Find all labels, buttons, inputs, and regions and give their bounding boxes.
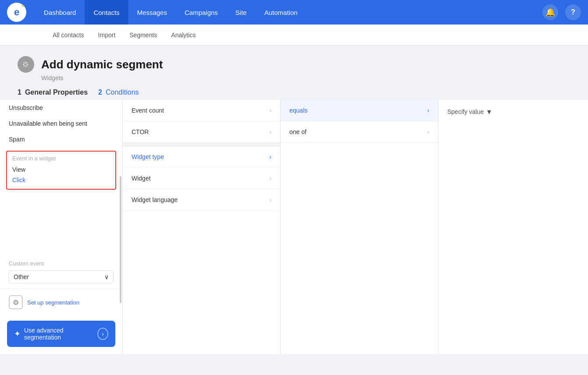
- condition-widget-language[interactable]: Widget language ›: [123, 189, 280, 211]
- specify-value-row[interactable]: Specify value ▾: [447, 107, 579, 117]
- sub-nav-segments[interactable]: Segments: [129, 30, 157, 40]
- advanced-seg-label: Use advanced segmentation: [24, 327, 94, 341]
- condition-widget[interactable]: Widget ›: [123, 168, 280, 189]
- event-widget-click[interactable]: Click: [12, 175, 110, 185]
- chevron-icon-1: ›: [269, 128, 271, 135]
- operator-one-of[interactable]: one of ›: [281, 121, 438, 143]
- value-panel-inner: Specify value ▾: [438, 100, 588, 124]
- step-1[interactable]: 1 General Properties: [18, 88, 88, 96]
- condition-widget-type[interactable]: Widget type ›: [123, 146, 280, 168]
- sidebar-item-unavailable[interactable]: Unavailable when being sent: [0, 116, 122, 131]
- sidebar-list: Unsubscribe Unavailable when being sent …: [0, 100, 122, 253]
- notification-button[interactable]: 🔔: [542, 4, 558, 20]
- operator-equals-label: equals: [289, 107, 307, 114]
- nav-items: Dashboard Contacts Messages Campaigns Si…: [35, 0, 542, 25]
- nav-item-contacts[interactable]: Contacts: [85, 0, 128, 25]
- page-title: Add dynamic segment: [41, 58, 163, 71]
- setup-segmentation-button[interactable]: ⚙ Set up segmentation: [0, 289, 122, 315]
- title-row: ⛭ Add dynamic segment: [18, 56, 570, 73]
- chevron-equals-icon: ›: [427, 107, 429, 114]
- page-subtitle: Widgets: [41, 74, 570, 81]
- specify-value-label: Specify value: [447, 108, 484, 115]
- nav-right: 🔔 ?: [542, 4, 581, 20]
- chevron-icon-4: ›: [269, 196, 271, 203]
- condition-widget-type-label: Widget type: [132, 153, 164, 160]
- plus-icon: ✦: [14, 329, 21, 339]
- custom-event-label: Custom event: [9, 260, 114, 267]
- sub-nav-import[interactable]: Import: [98, 30, 116, 40]
- step-2-num: 2: [98, 88, 102, 96]
- left-panel: Unsubscribe Unavailable when being sent …: [0, 100, 123, 354]
- operator-equals[interactable]: equals ›: [281, 100, 438, 121]
- notification-icon: 🔔: [545, 7, 555, 17]
- help-button[interactable]: ?: [565, 4, 581, 20]
- custom-event-arrow: ∨: [104, 273, 109, 280]
- condition-divider-1: [123, 143, 280, 146]
- event-widget-view[interactable]: View: [12, 164, 110, 175]
- steps-row: 1 General Properties 2 Conditions: [0, 81, 588, 96]
- scroll-indicator: [120, 176, 121, 303]
- nav-item-site[interactable]: Site: [227, 0, 256, 25]
- event-widget-box: Event in a widget View Click: [6, 151, 116, 190]
- advanced-segmentation-button[interactable]: ✦ Use advanced segmentation ›: [7, 321, 115, 347]
- advanced-seg-arrow: ›: [102, 330, 104, 337]
- step-1-label: General Properties: [25, 88, 88, 96]
- custom-event-section: Custom event Other ∨: [0, 253, 122, 289]
- nav-item-campaigns[interactable]: Campaigns: [176, 0, 227, 25]
- nav-item-dashboard[interactable]: Dashboard: [35, 0, 85, 25]
- sidebar-item-spam[interactable]: Spam: [0, 131, 122, 147]
- condition-widget-label: Widget: [132, 175, 151, 182]
- sub-nav-all-contacts[interactable]: All contacts: [53, 30, 84, 40]
- operator-panel: equals › one of ›: [281, 100, 438, 354]
- chevron-icon-3: ›: [269, 175, 271, 182]
- filter-icon-char: ⛭: [22, 60, 30, 69]
- logo-heart-icon: ♥: [22, 4, 25, 8]
- step-1-num: 1: [18, 88, 21, 96]
- custom-event-dropdown[interactable]: Other ∨: [9, 270, 114, 283]
- setup-segmentation-label: Set up segmentation: [27, 299, 79, 306]
- logo[interactable]: e ♥: [7, 3, 26, 22]
- sub-nav-analytics[interactable]: Analytics: [171, 30, 196, 40]
- operator-one-of-label: one of: [289, 128, 306, 135]
- condition-widget-language-label: Widget language: [132, 196, 178, 203]
- step-2-label: Conditions: [106, 88, 139, 96]
- help-icon: ?: [571, 8, 575, 16]
- main-area: Unsubscribe Unavailable when being sent …: [0, 100, 588, 354]
- chevron-icon-0: ›: [269, 107, 271, 114]
- sidebar-item-unsubscribe[interactable]: Unsubscribe: [0, 100, 122, 116]
- value-panel: Specify value ▾: [438, 100, 588, 354]
- condition-ctor-label: CTOR: [132, 128, 149, 135]
- specify-value-arrow: ▾: [487, 107, 491, 117]
- advanced-seg-arrow-circle: ›: [97, 328, 108, 340]
- chevron-one-of-icon: ›: [427, 128, 429, 135]
- page-header: ⛭ Add dynamic segment Widgets: [0, 46, 588, 81]
- sub-nav: All contacts Import Segments Analytics: [0, 25, 588, 46]
- condition-ctor[interactable]: CTOR ›: [123, 121, 280, 143]
- conditions-panel: Event count › CTOR › Widget type › Widge…: [123, 100, 281, 354]
- top-nav: e ♥ Dashboard Contacts Messages Campaign…: [0, 0, 588, 25]
- nav-item-messages[interactable]: Messages: [128, 0, 176, 25]
- custom-event-value: Other: [14, 273, 29, 280]
- filter-icon: ⛭: [18, 56, 34, 73]
- step-2[interactable]: 2 Conditions: [98, 88, 139, 96]
- condition-event-count-label: Event count: [132, 107, 164, 114]
- gear-icon: ⚙: [9, 295, 23, 309]
- event-widget-title: Event in a widget: [12, 155, 110, 162]
- logo-letter: e: [14, 7, 19, 18]
- condition-event-count[interactable]: Event count ›: [123, 100, 280, 121]
- chevron-icon-2: ›: [269, 153, 271, 160]
- nav-item-automation[interactable]: Automation: [256, 0, 306, 25]
